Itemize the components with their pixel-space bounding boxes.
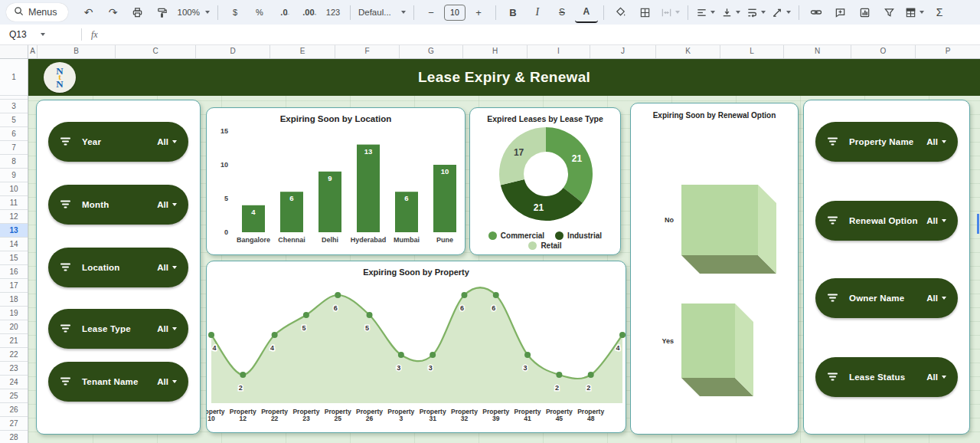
fill-color-button[interactable] <box>609 3 632 21</box>
paint-format-button[interactable] <box>151 3 174 21</box>
row-header-20[interactable]: 20 <box>0 320 28 334</box>
row-header-6[interactable]: 6 <box>0 127 28 141</box>
font-size-input[interactable]: 10 <box>444 5 466 21</box>
create-filter-button[interactable] <box>878 3 901 21</box>
row-header-12[interactable]: 12 <box>0 210 28 224</box>
decrease-font-size-button[interactable]: − <box>420 3 443 21</box>
filter-value-dropdown[interactable]: All <box>926 137 946 146</box>
row-header-17[interactable]: 17 <box>0 279 28 293</box>
row-header-26[interactable]: 26 <box>0 403 28 417</box>
row-header-8[interactable]: 8 <box>0 155 28 169</box>
filter-owner-name[interactable]: Owner NameAll <box>815 278 958 318</box>
row-header-25[interactable]: 25 <box>0 389 28 403</box>
filter-renewal-option[interactable]: Renewal OptionAll <box>815 201 958 241</box>
row-header-9[interactable]: 9 <box>0 169 28 182</box>
filter-lease-type[interactable]: Lease TypeAll <box>48 309 188 349</box>
column-header-J[interactable]: J <box>590 45 656 58</box>
column-header-F[interactable]: F <box>335 45 400 58</box>
column-header-N[interactable]: N <box>784 45 851 58</box>
filter-value-dropdown[interactable]: All <box>926 216 946 225</box>
row-header-28[interactable]: 28 <box>0 431 28 443</box>
column-header-C[interactable]: C <box>116 45 196 58</box>
more-formats-button[interactable]: 123 <box>322 3 345 21</box>
column-header-B[interactable]: B <box>38 45 116 58</box>
increase-decimal-button[interactable]: .00 <box>297 3 320 21</box>
row-header-3[interactable]: 3 <box>0 100 28 113</box>
bold-button[interactable]: B <box>501 3 524 21</box>
font-family-selector[interactable]: Defaul... <box>356 3 408 21</box>
3d-bar-chart-card[interactable]: Expiring Soon by Renewal Option NoYes <box>630 103 799 435</box>
filter-value-dropdown[interactable]: All <box>926 372 946 382</box>
filter-tenant-name[interactable]: Tenant NameAll <box>48 362 188 402</box>
row-header-16[interactable]: 16 <box>0 265 28 279</box>
name-box[interactable]: Q13 <box>0 29 75 40</box>
row-header-10[interactable]: 10 <box>0 182 28 196</box>
filter-month[interactable]: MonthAll <box>48 185 188 225</box>
zoom-control[interactable]: 100% <box>175 3 212 21</box>
decrease-decimal-button[interactable]: .0 <box>273 3 296 21</box>
3d-bar-chart[interactable]: NoYes <box>631 103 798 434</box>
insert-comment-button[interactable] <box>829 3 852 21</box>
menus-button[interactable]: Menus <box>6 3 68 21</box>
select-all-corner[interactable] <box>0 45 28 58</box>
column-header-D[interactable]: D <box>196 45 270 58</box>
strikethrough-button[interactable]: S <box>550 3 573 21</box>
sheet-canvas[interactable]: NtN Lease Expiry & Renewal YearAllMonthA… <box>28 59 980 443</box>
filter-value-dropdown[interactable]: All <box>157 263 177 272</box>
filter-lease-status[interactable]: Lease StatusAll <box>815 357 958 397</box>
row-header-22[interactable]: 22 <box>0 348 28 362</box>
print-button[interactable] <box>126 3 149 21</box>
merge-cells-button[interactable] <box>658 3 682 21</box>
area-chart-card[interactable]: Expiring Soon by Property 4Property102Pr… <box>206 261 626 433</box>
percent-format-button[interactable]: % <box>248 3 271 21</box>
row-header-5[interactable]: 5 <box>0 113 28 127</box>
column-header-H[interactable]: H <box>463 45 528 58</box>
filter-value-dropdown[interactable]: All <box>157 137 177 146</box>
formula-input[interactable] <box>98 25 980 44</box>
filter-year[interactable]: YearAll <box>48 122 188 162</box>
row-header-27[interactable]: 27 <box>0 417 28 431</box>
row-header-11[interactable]: 11 <box>0 196 28 210</box>
row-header-1[interactable]: 1 <box>0 59 28 96</box>
column-header-O[interactable]: O <box>851 45 916 58</box>
filter-value-dropdown[interactable]: All <box>157 200 177 209</box>
vertical-align-button[interactable] <box>719 3 743 21</box>
currency-format-button[interactable]: $ <box>224 3 247 21</box>
text-color-button[interactable]: A <box>575 2 598 23</box>
insert-chart-button[interactable] <box>854 3 877 21</box>
horizontal-align-button[interactable] <box>694 3 717 21</box>
undo-button[interactable] <box>77 3 100 21</box>
row-header-18[interactable]: 18 <box>0 293 28 307</box>
bar-chart-card[interactable]: Expiring Soon by Location 1510504Bangalo… <box>206 107 466 255</box>
column-header-I[interactable]: I <box>528 45 590 58</box>
functions-button[interactable]: Σ <box>928 3 951 21</box>
filter-location[interactable]: LocationAll <box>48 248 188 287</box>
row-header-14[interactable]: 14 <box>0 238 28 251</box>
filter-property-name[interactable]: Property NameAll <box>815 122 958 162</box>
row-header-24[interactable]: 24 <box>0 376 28 389</box>
filter-value-dropdown[interactable]: All <box>926 294 946 303</box>
area-chart[interactable]: 4Property102Property124Property225Proper… <box>207 261 626 432</box>
insert-link-button[interactable] <box>805 3 828 21</box>
filter-value-dropdown[interactable]: All <box>157 324 177 333</box>
row-header-19[interactable]: 19 <box>0 307 28 320</box>
column-header-K[interactable]: K <box>656 45 720 58</box>
italic-button[interactable]: I <box>526 3 549 21</box>
bar-chart[interactable]: 1510504Bangalore6Chennai9Delhi13Hyderaba… <box>207 108 465 254</box>
row-header-23[interactable]: 23 <box>0 362 28 376</box>
column-header-A[interactable]: A <box>28 45 38 58</box>
column-header-G[interactable]: G <box>400 45 463 58</box>
filter-value-dropdown[interactable]: All <box>157 377 177 386</box>
text-rotation-button[interactable] <box>769 3 793 21</box>
row-header-21[interactable]: 21 <box>0 334 28 348</box>
column-header-P[interactable]: P <box>916 45 980 58</box>
donut-chart-card[interactable]: Expired Leases by Lease Type 212117 Comm… <box>469 107 621 255</box>
row-header-7[interactable]: 7 <box>0 141 28 155</box>
text-wrap-button[interactable] <box>744 3 768 21</box>
column-header-E[interactable]: E <box>270 45 335 58</box>
borders-button[interactable] <box>634 3 657 21</box>
table-views-button[interactable] <box>903 3 926 21</box>
increase-font-size-button[interactable]: + <box>467 3 490 21</box>
row-header-13[interactable]: 13 <box>0 224 28 238</box>
column-header-L[interactable]: L <box>720 45 784 58</box>
